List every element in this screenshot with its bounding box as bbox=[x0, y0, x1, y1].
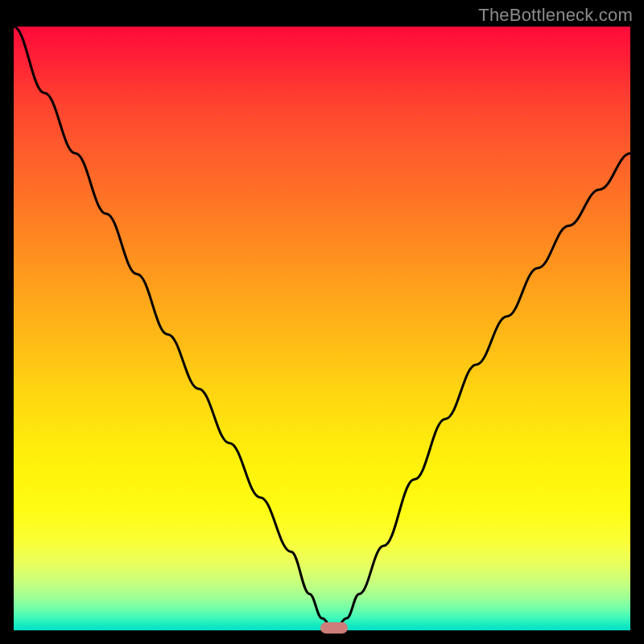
chart-frame: TheBottleneck.com bbox=[0, 0, 644, 644]
min-marker bbox=[320, 622, 348, 634]
bottleneck-curve bbox=[0, 0, 644, 644]
